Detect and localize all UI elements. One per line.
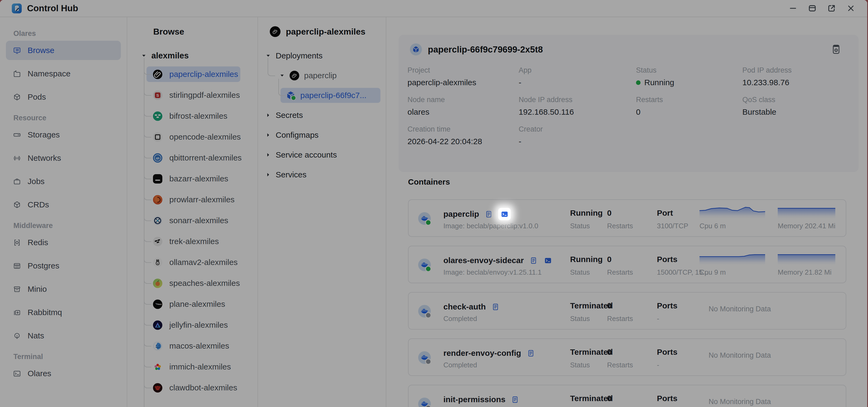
tree-item-service-accounts[interactable]: Service accounts (258, 147, 386, 162)
container-terminal-icon[interactable] (543, 256, 553, 265)
sidebar-item-crds[interactable]: CRDs (6, 195, 121, 214)
tree-item-secrets[interactable]: Secrets (258, 108, 386, 123)
field-value: Burstable (742, 107, 848, 117)
immich-app-icon (153, 362, 162, 372)
memory-label: Memory 202.41 Mi (778, 222, 835, 230)
app-tree-item-clawdbot[interactable]: clawdbot-alexmiles (127, 380, 257, 396)
field-value: 192.168.50.116 (519, 107, 636, 117)
terminated-status-dot (425, 312, 431, 318)
app-tree-item-label: bifrost-alexmiles (169, 112, 227, 121)
container-terminal-icon[interactable] (498, 208, 510, 220)
sidebar-item-redis[interactable]: Redis (6, 233, 121, 252)
minimize-icon[interactable] (788, 4, 798, 13)
container-logs-icon[interactable] (510, 395, 520, 404)
no-monitoring-data-text: No Monitoring Data (709, 305, 771, 313)
field-label: Pod IP address (742, 65, 848, 75)
sidebar-item-storages[interactable]: Storages (6, 125, 121, 145)
jellyfin-app-icon (153, 320, 162, 330)
app-tree-item-label: clawdbot-alexmiles (169, 383, 237, 392)
tree-item-label: Services (276, 170, 307, 179)
container-subtext: Image: beclab/envoy:v1.25.11.1 (443, 268, 542, 277)
cpu-sparkline-chart: Cpu 6 m (700, 205, 765, 219)
pod-detail-panel: paperclip-66f9c79699-2x5t8 Projectpaperc… (386, 17, 867, 407)
chevron-down-icon[interactable] (279, 72, 285, 79)
tree-elbow (144, 330, 151, 346)
tree-elbow (144, 142, 151, 158)
app-tree-item-label: bazarr-alexmiles (169, 174, 228, 183)
field-value: - (519, 77, 636, 88)
container-logs-icon[interactable] (529, 256, 538, 265)
chevron-right-icon[interactable] (265, 132, 271, 138)
left-sidebar: OlaresBrowseNamespacePodsResourceStorage… (0, 17, 127, 407)
field-label: Creator (519, 124, 636, 134)
tree-elbow (144, 371, 151, 388)
opencode-app-icon (153, 132, 162, 142)
sidebar-item-label: Pods (28, 92, 46, 101)
pod-field-qos-class: QoS classBurstable (742, 95, 848, 117)
tree-item-deployments[interactable]: Deployments (258, 48, 386, 63)
container-card-check-auth: check-authCompletedTerminatedStatus0Rest… (408, 292, 846, 330)
container-logs-icon[interactable] (484, 209, 494, 219)
tree-elbow (144, 350, 151, 367)
app-tree-item-label: jellyfin-alexmiles (169, 320, 228, 330)
tree-elbow (144, 162, 151, 179)
clawdbot-app-icon (153, 383, 162, 393)
app-tree: paperclip-alexmilesSstirlingpdf-alexmile… (127, 66, 257, 396)
container-logs-icon[interactable] (526, 348, 535, 358)
docker-whale-icon (418, 351, 431, 364)
app-tree-item-label: sonarr-alexmiles (169, 216, 228, 225)
close-icon[interactable] (846, 4, 856, 13)
open-in-new-icon[interactable] (827, 4, 836, 13)
tree-elbow (144, 246, 151, 263)
sidebar-item-minio[interactable]: Minio (6, 279, 121, 299)
sidebar-item-olares[interactable]: Olares (6, 364, 121, 383)
app-resources-panel: paperclip-alexmiles Deployments papercli… (258, 17, 386, 407)
field-value: 10.233.98.76 (742, 77, 848, 88)
docker-whale-icon (418, 398, 431, 407)
sidebar-item-pods[interactable]: Pods (6, 87, 121, 107)
maximize-icon[interactable] (808, 4, 817, 13)
field-value: paperclip-alexmiles (407, 77, 519, 88)
sidebar-item-jobs[interactable]: Jobs (6, 172, 121, 191)
sidebar-item-networks[interactable]: Networks (6, 149, 121, 168)
sidebar-item-browse[interactable]: Browse (6, 41, 121, 60)
tree-elbow (278, 79, 285, 96)
app-tree-item-label: opencode-alexmiles (169, 132, 241, 142)
chevron-right-icon[interactable] (265, 152, 271, 158)
sidebar-item-postgres[interactable]: Postgres (6, 256, 121, 276)
tree-item-services[interactable]: Services (258, 167, 386, 182)
sidebar-item-nats[interactable]: Nats (6, 326, 121, 345)
svg-text:Plane: Plane (157, 303, 162, 305)
queue-icon (13, 308, 21, 317)
running-status-dot (636, 81, 641, 85)
sidebar-item-rabbitmq[interactable]: Rabbitmq (6, 303, 121, 322)
stirlingpdf-app-icon: S (153, 91, 162, 100)
container-subtext: Completed (443, 315, 477, 323)
app-tree-item-label: immich-alexmiles (169, 362, 231, 371)
chevron-right-icon[interactable] (265, 171, 271, 178)
tree-item-deployment-paperclip[interactable]: paperclip (258, 68, 386, 83)
app-tree-item-label: stirlingpdf-alexmiles (169, 91, 240, 100)
pod-field-creator: Creator- (519, 124, 636, 147)
browse-panel: Browse alexmiles paperclip-alexmilesSsti… (127, 17, 258, 407)
container-subtext: Image: beclab/paperclip:v1.0.0 (443, 222, 538, 230)
tree-item-configmaps[interactable]: Configmaps (258, 128, 386, 143)
container-card-init-permissions: init-permissionsCompletedTerminatedStatu… (408, 385, 846, 407)
field-label: App (519, 65, 636, 75)
container-card-olares-envoy-sidecar: olares-envoy-sidecarImage: beclab/envoy:… (408, 246, 846, 283)
cube-icon (13, 93, 21, 101)
plane-app-icon: Plane (153, 300, 162, 309)
containers-section-title: Containers (408, 177, 450, 187)
network-icon (13, 154, 21, 162)
tree-item-pod-paperclip-66f9c7[interactable]: paperclip-66f9c7... (258, 88, 386, 103)
chevron-right-icon[interactable] (265, 112, 271, 119)
tree-elbow (144, 288, 151, 305)
field-value: 0 (636, 107, 742, 117)
sidebar-item-label: Postgres (28, 261, 59, 270)
paperclip-app-icon (270, 26, 280, 37)
container-logs-icon[interactable] (491, 302, 500, 312)
terminated-status-dot (425, 358, 431, 365)
pod-field-restarts: Restarts0 (636, 95, 742, 117)
sidebar-item-namespace[interactable]: Namespace (6, 64, 121, 83)
pod-console-icon[interactable] (831, 44, 841, 55)
